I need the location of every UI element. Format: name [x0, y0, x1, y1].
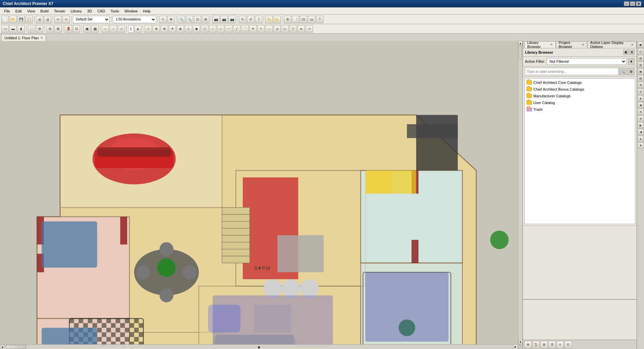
filter-select[interactable]: Not Filtered: [547, 58, 627, 65]
camera-btn[interactable]: 📷: [212, 16, 220, 23]
wall-btn[interactable]: ▭: [1, 25, 9, 33]
snap13-btn[interactable]: ⌒: [241, 25, 249, 33]
side-btn-9[interactable]: ◈: [638, 95, 644, 101]
help-btn[interactable]: ?: [316, 16, 323, 23]
open-btn[interactable]: 📂: [9, 16, 17, 23]
tab-layer-close[interactable]: ✕: [631, 43, 634, 47]
maximize-button[interactable]: □: [630, 1, 635, 6]
snap-btn[interactable]: ⊹: [145, 25, 152, 33]
lib-btn-4[interactable]: ☰: [548, 341, 556, 348]
tab-library-browser[interactable]: Library Browser ✕: [524, 41, 556, 48]
snap18-btn[interactable]: ▷: [281, 25, 289, 33]
side-btn-7[interactable]: ⊞: [638, 82, 644, 88]
side-btn-4[interactable]: ▥: [638, 62, 644, 68]
dim-btn[interactable]: ↔: [102, 25, 109, 33]
catalog-core[interactable]: Chief Architect Core Catalogs: [525, 79, 634, 86]
side-btn-3[interactable]: ▤: [638, 55, 644, 61]
close-button[interactable]: ✕: [636, 1, 641, 6]
move-btn[interactable]: ✥: [167, 16, 175, 23]
dim2-btn[interactable]: ↕: [110, 25, 117, 33]
catalog-trash[interactable]: Trash: [525, 106, 634, 113]
zoom-in-btn[interactable]: 🔍: [178, 16, 185, 23]
side-btn-15[interactable]: ▲: [638, 136, 644, 142]
redo-btn[interactable]: ↪: [62, 16, 70, 23]
snap12-btn[interactable]: ╱: [233, 25, 240, 33]
tab-project-browser[interactable]: Project Browser ✕: [556, 41, 587, 48]
lib-btn-1[interactable]: ⊕: [524, 341, 532, 348]
h-scrollbar[interactable]: ◄ ▲ ►: [0, 344, 518, 349]
view-set-dropdown[interactable]: Default Set: [73, 16, 110, 23]
menu-window[interactable]: Window: [122, 8, 140, 14]
snap7-btn[interactable]: ◆: [193, 25, 200, 33]
stair2-btn[interactable]: ⊠: [54, 25, 62, 33]
side-btn-11[interactable]: ⊕: [638, 109, 644, 115]
snap14-btn[interactable]: ✕: [249, 25, 257, 33]
catalog-manufacturer[interactable]: Manufacturer Catalogs: [525, 93, 634, 99]
snap9-btn[interactable]: ○: [209, 25, 216, 33]
search-advanced-btn[interactable]: ⚙: [627, 68, 635, 75]
menu-3d[interactable]: 3D: [85, 8, 95, 14]
doc-tab-floorplan[interactable]: Untitled 1: Floor Plan ✕: [1, 34, 46, 41]
snap21-btn[interactable]: ⊸: [306, 25, 313, 33]
side-btn-1[interactable]: ▣: [638, 42, 644, 48]
tilt-btn[interactable]: ⤴: [255, 16, 262, 23]
snap11-btn[interactable]: ─: [225, 25, 232, 33]
save-as-btn[interactable]: 📋: [25, 16, 33, 23]
lib-close-btn[interactable]: ✕: [629, 50, 635, 55]
zoom-window-btn[interactable]: ⊞: [202, 16, 209, 23]
measure2-btn[interactable]: 📐: [273, 16, 281, 23]
snap16-btn[interactable]: ⌓: [265, 25, 273, 33]
room2-btn[interactable]: ⊞: [36, 25, 43, 33]
layers-btn[interactable]: 📑: [292, 16, 299, 23]
side-btn-2[interactable]: ◫: [638, 48, 644, 54]
menu-view[interactable]: View: [24, 8, 38, 14]
undo-btn[interactable]: ↩: [54, 16, 62, 23]
minimize-button[interactable]: ─: [624, 1, 629, 6]
door2-btn[interactable]: ⊡: [73, 25, 80, 33]
side-btn-14[interactable]: ◀: [638, 129, 644, 135]
obj-btn[interactable]: 🗃: [300, 16, 307, 23]
window-controls[interactable]: ─ □ ✕: [624, 1, 641, 6]
menu-cad[interactable]: CAD: [95, 8, 108, 14]
wall3-btn[interactable]: ▮: [17, 25, 25, 33]
tab-active-layer[interactable]: Active Layer Display Options ✕: [587, 41, 637, 48]
menu-help[interactable]: Help: [140, 8, 153, 14]
print2-btn[interactable]: 🖨: [44, 16, 51, 23]
settings-btn[interactable]: ⚙: [284, 16, 291, 23]
measure-btn[interactable]: 📏: [265, 16, 273, 23]
menu-edit[interactable]: Edit: [13, 8, 24, 14]
lib-btn-6[interactable]: ⊡: [565, 341, 572, 348]
filter-icon-btn[interactable]: ▼: [628, 58, 635, 65]
side-btn-12[interactable]: ⊗: [638, 115, 644, 121]
side-btn-13[interactable]: ▶: [638, 122, 644, 128]
snap6-btn[interactable]: ◇: [185, 25, 192, 33]
side-btn-16[interactable]: ▼: [638, 142, 644, 148]
snap8-btn[interactable]: ⬡: [201, 25, 208, 33]
lib-maximize-btn[interactable]: ⊞: [623, 50, 629, 55]
wall2-btn[interactable]: ▬: [9, 25, 17, 33]
menu-terrain[interactable]: Terrain: [51, 8, 68, 14]
window2-btn[interactable]: ▩: [91, 25, 99, 33]
tab-library-close[interactable]: ✕: [550, 43, 553, 46]
snap2-btn[interactable]: ⊕: [153, 25, 160, 33]
rotate-btn[interactable]: ↻: [239, 16, 246, 23]
menu-build[interactable]: Build: [38, 8, 51, 14]
menu-file[interactable]: File: [1, 8, 13, 14]
doc-tab-close[interactable]: ✕: [40, 36, 43, 40]
room-btn[interactable]: ⬚: [28, 25, 35, 33]
select-btn[interactable]: ↖: [159, 16, 167, 23]
menu-tools[interactable]: Tools: [108, 8, 122, 14]
snap15-btn[interactable]: +: [257, 25, 265, 33]
camera2-btn[interactable]: 📷: [220, 16, 228, 23]
annotation-dropdown[interactable]: 1:50 Annotations: [113, 16, 156, 23]
zoom-out-btn[interactable]: 🔍: [186, 16, 193, 23]
snap17-btn[interactable]: ⊿: [273, 25, 281, 33]
print-btn[interactable]: 🖨: [36, 16, 43, 23]
door-btn[interactable]: 🚪: [65, 25, 72, 33]
floor-up-btn[interactable]: ▲: [134, 25, 142, 33]
snap5-btn[interactable]: ◈: [177, 25, 184, 33]
lib-btn-3[interactable]: ⊞: [540, 341, 548, 348]
snap19-btn[interactable]: ▽: [289, 25, 297, 33]
lib-btn-2[interactable]: 🏠: [532, 341, 540, 348]
snap10-btn[interactable]: □: [217, 25, 224, 33]
